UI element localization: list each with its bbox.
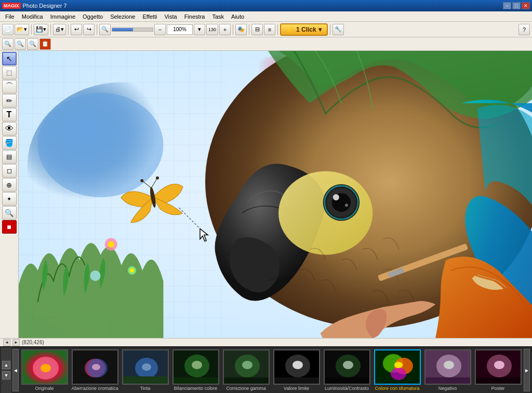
save-button[interactable]: 💾▾ [34, 24, 48, 35]
film-item-poster[interactable]: Poster [473, 349, 523, 391]
film-item-aberrazione[interactable]: Aberrazione cromatica [70, 349, 119, 391]
svg-rect-96 [476, 377, 522, 385]
statusbar-prev[interactable]: ◄ [3, 339, 10, 346]
eraser-tool[interactable]: ◻ [2, 164, 17, 178]
text-tool[interactable]: T [2, 108, 17, 121]
svg-point-70 [192, 361, 202, 369]
film-item-negativo[interactable]: Negativo [423, 349, 472, 391]
close-button[interactable]: ✕ [522, 2, 530, 9]
filmstrip-scroll-right[interactable]: ► [524, 349, 530, 391]
film-label-colore: Colore con sfumatura [375, 386, 419, 391]
film-item-luminosita[interactable]: Luminosità/Contrasto [322, 349, 371, 391]
svg-point-59 [41, 364, 51, 372]
svg-rect-92 [425, 377, 471, 385]
lasso-tool[interactable]: ⌒ [2, 80, 17, 93]
zoom-max-btn[interactable]: 130 [206, 24, 218, 35]
effects-btn1[interactable]: 🎭 [235, 24, 247, 35]
film-label-original: Originale [35, 386, 54, 391]
separator8 [330, 24, 330, 35]
redo-button[interactable]: ↪ [83, 24, 95, 35]
tb2-btn2[interactable]: 🔍 [15, 38, 26, 50]
magix-logo: MAGIX [2, 3, 21, 9]
statusbar-next[interactable]: ► [12, 339, 20, 346]
restore-button[interactable]: □ [512, 2, 521, 9]
film-item-bilanciamento[interactable]: Bilanciamento colore [171, 349, 220, 391]
separator5 [233, 24, 233, 35]
film-thumb-original [21, 349, 68, 385]
toolbar1: 📄 📂▾ 💾▾ 🖨▾ ↩ ↪ 🔍 − 100% ▾ 130 + 🎭 ⊟ ≡ ⚡ … [0, 22, 532, 37]
svg-point-63 [92, 364, 100, 370]
menu-item-file[interactable]: File [2, 12, 18, 21]
menu-item-selezione[interactable]: Selezione [107, 12, 138, 21]
menu-item-effetti[interactable]: Effetti [139, 12, 160, 21]
tb2-btn1[interactable]: 🔍 [2, 38, 14, 50]
zoom-bar[interactable] [112, 28, 153, 32]
film-label-correzione: Correzione gamma [226, 386, 266, 391]
new-button[interactable]: 📄 [2, 24, 14, 35]
svg-rect-71 [174, 377, 219, 385]
zoom-tool[interactable]: 🔍 [2, 206, 17, 220]
menu-item-immagine[interactable]: Immagine [47, 12, 78, 21]
main-area: ↖ ⬚ ⌒ ✏ T 👁 🪣 ▤ ◻ ⊕ ✦ 🔍 ■ [0, 51, 532, 338]
svg-point-48 [345, 204, 348, 207]
filmstrip-scroll-left[interactable]: ◄ [12, 349, 19, 391]
tb2-btn3[interactable]: 🔍 [27, 38, 38, 50]
menu-item-aiuto[interactable]: Aiuto [228, 12, 247, 21]
svg-point-91 [444, 361, 454, 369]
tb2-btn4[interactable]: 📋 [39, 38, 51, 50]
canvas-area[interactable] [19, 51, 532, 338]
filmstrip-up[interactable]: ▲ [2, 361, 10, 369]
film-thumb-tinta [122, 349, 169, 385]
foreground-color-tool[interactable]: ■ [2, 220, 17, 234]
svg-point-56 [90, 270, 100, 281]
menu-item-finestra[interactable]: Finestra [181, 12, 208, 21]
toolbar2: 🔍 🔍 🔍 📋 [0, 37, 532, 51]
menu-item-vista[interactable]: Vista [161, 12, 180, 21]
view-btn2[interactable]: ≡ [264, 24, 275, 35]
zoom-input[interactable]: 100% [167, 24, 193, 35]
film-label-tinta: Tinta [140, 386, 151, 391]
film-item-tinta[interactable]: Tinta [121, 349, 170, 391]
film-thumb-poster [475, 349, 522, 385]
menu-item-oggetto[interactable]: Oggetto [79, 12, 106, 21]
gradient-tool[interactable]: ▤ [2, 150, 17, 164]
smart-btn[interactable]: 🔧 [332, 24, 344, 35]
statusbar-coordinates: (820,426) [22, 340, 44, 345]
separator4 [97, 24, 97, 35]
paint-bucket-tool[interactable]: 🪣 [2, 136, 17, 150]
menu-item-modifica[interactable]: Modifica [19, 12, 46, 21]
oneclick-button[interactable]: ⚡ 1 Click ▾ [280, 23, 328, 36]
search-button[interactable]: 🔍 [99, 24, 111, 35]
clone-tool[interactable]: ⊕ [2, 178, 17, 192]
canvas-image [19, 51, 532, 338]
select-rect-tool[interactable]: ⬚ [2, 66, 17, 79]
film-item-correzione[interactable]: Correzione gamma [221, 349, 271, 391]
filmstrip-down[interactable]: ▼ [2, 371, 10, 380]
svg-point-32 [38, 93, 164, 197]
titlebar-controls: − □ ✕ [503, 2, 530, 9]
pencil-tool[interactable]: ✏ [2, 94, 17, 107]
svg-point-53 [108, 241, 114, 248]
print-button[interactable]: 🖨▾ [53, 24, 66, 35]
view-btn1[interactable]: ⊟ [251, 24, 263, 35]
pointer-tool[interactable]: ↖ [2, 52, 17, 65]
film-item-valore[interactable]: Valore limite [272, 349, 321, 391]
svg-rect-83 [325, 377, 370, 385]
minimize-button[interactable]: − [503, 2, 511, 9]
help-btn[interactable]: ? [518, 24, 530, 35]
open-button[interactable]: 📂▾ [15, 24, 29, 35]
zoom-dropdown[interactable]: ▾ [194, 24, 205, 35]
healing-tool[interactable]: ✦ [2, 192, 17, 206]
oneclick-label: 1 Click [296, 26, 316, 33]
film-thumb-bilanciamento [172, 349, 219, 385]
film-thumb-valore [273, 349, 320, 385]
undo-button[interactable]: ↩ [71, 24, 82, 35]
zoom-out-button[interactable]: − [154, 24, 166, 35]
svg-point-47 [333, 194, 339, 200]
eyedropper-tool[interactable]: 👁 [2, 122, 17, 135]
film-item-colore[interactable]: Colore con sfumatura [373, 349, 422, 391]
zoom-bar-fill [112, 28, 133, 31]
zoom-in-button[interactable]: + [219, 24, 231, 35]
menu-item-task[interactable]: Task [209, 12, 227, 21]
film-item-original[interactable]: Originale [20, 349, 69, 391]
